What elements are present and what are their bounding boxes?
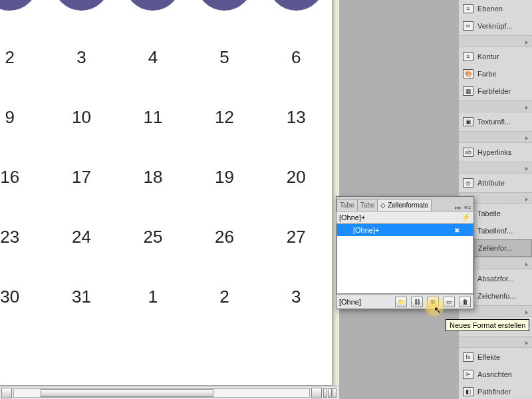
cal-cell: 2 [0,47,43,68]
panel-verknuepfungen[interactable]: ∞Verknüpf... [459,17,532,35]
document-canvas[interactable]: MI DO FR SA SO 2 3 4 5 6 9 10 11 12 13 1… [0,0,339,386]
panel-label: Absatzfor... [477,275,514,283]
cal-cell: 3 [48,47,114,68]
panel-footer: [Ohne] 📁 ⛓ ⊞ ▭ 🗑 [336,294,473,309]
effects-icon: fx [463,352,473,362]
panel-label: Kontur [477,53,499,61]
scroll-right-button[interactable] [311,388,322,398]
panel-label: Hyperlinks [477,148,511,156]
scroll-left-button[interactable] [1,388,12,398]
panel-label: Tabelle [477,209,501,217]
panel-farbfelder[interactable]: ▦Farbfelder [459,82,532,100]
panel-label: Zeichenfo... [477,292,515,300]
cal-cell: 16 [0,167,43,188]
hyperlink-icon: ab [463,148,473,157]
align-icon: ⊫ [463,370,473,379]
panel-tab[interactable]: Tabe [336,199,358,211]
cal-cell: 23 [0,227,43,247]
cal-cell: 18 [120,167,186,188]
zellenformate-panel[interactable]: Tabe Tabe ◇ Zellenformate ▸▸ ▾≡ [Ohne]+ … [336,196,474,309]
cal-cell: 6 [263,47,329,68]
panel-pathfinder[interactable]: ◧Pathfinder [459,383,532,399]
cal-cell: 3 [263,287,329,307]
cal-cell: 17 [48,167,114,188]
layers-icon: ≡ [463,4,473,13]
panel-label: Tabellenf... [477,227,513,235]
calendar-day-header-row: MI DO FR SA SO [0,0,332,11]
panel-divider[interactable] [459,131,532,143]
scroll-thumb[interactable] [41,389,213,397]
cal-cell: 5 [192,47,258,68]
clear-overrides-button[interactable]: ⛓ [411,297,423,307]
cal-cell: 9 [0,107,43,128]
calendar-grid: 2 3 4 5 6 9 10 11 12 13 16 17 18 19 20 [0,27,332,385]
panel-farbe[interactable]: 🎨Farbe [459,65,532,82]
panel-textumfluss[interactable]: ▣Textumfl... [459,113,532,130]
day-header-so: SO [268,0,325,11]
calendar-page: MI DO FR SA SO 2 3 4 5 6 9 10 11 12 13 1… [0,0,332,386]
cal-cell: 25 [120,227,186,247]
panel-label: Farbfelder [477,87,511,95]
panel-menu-icon[interactable]: ▾≡ [464,204,471,211]
cal-cell: 30 [0,287,43,307]
cal-cell: 1 [120,287,186,307]
panel-tab-active[interactable]: ◇ Zellenformate [377,199,432,211]
cal-cell: 31 [48,287,114,307]
cal-cell: 12 [192,107,258,128]
panel-tab-bar: Tabe Tabe ◇ Zellenformate ▸▸ ▾≡ [336,197,473,211]
cal-cell: 4 [120,47,186,68]
day-header-mi: MI [0,0,38,11]
swatches-icon: ▦ [463,86,473,96]
current-style-label: [Ohne]+ [339,213,365,221]
style-row-selected[interactable]: [Ohne]+ ✖ [337,224,473,236]
links-icon: ∞ [463,21,473,31]
locked-icon: ✖ [454,227,460,234]
textwrap-icon: ▣ [463,117,473,126]
collapse-icon[interactable]: ▸▸ [455,204,462,211]
new-group-button[interactable]: 📁 [395,297,407,307]
cal-cell: 27 [263,227,329,247]
panel-label: Verknüpf... [477,22,513,30]
panel-ausrichten[interactable]: ⊫Ausrichten [459,366,532,383]
panel-label: Ausrichten [477,370,512,378]
footer-style-label: [Ohne] [339,298,361,306]
panel-kontur[interactable]: ≡Kontur [459,48,532,65]
panel-label: Attribute [477,179,505,187]
style-options-button[interactable]: ⊞ [427,297,439,307]
horizontal-scrollbar[interactable] [0,386,339,399]
day-header-fr: FR [124,0,181,11]
page-nav-buttons[interactable] [323,388,336,398]
tooltip: Neues Format erstellen [446,319,529,331]
panel-label: Pathfinder [477,388,511,396]
color-icon: 🎨 [463,69,473,78]
new-style-button[interactable]: ▭ [443,297,455,307]
panel-label: Ebenen [477,5,503,13]
panel-divider[interactable] [459,35,532,47]
cal-cell: 2 [192,287,258,307]
scroll-track[interactable] [13,388,310,398]
panel-effekte[interactable]: fxEffekte [459,348,532,366]
styles-list[interactable]: [Ohne]+ ✖ [336,223,473,294]
panel-tab[interactable]: Tabe [357,199,378,211]
panel-label: Farbe [477,70,497,78]
panel-divider[interactable] [459,162,532,174]
cal-cell: 11 [120,107,186,128]
style-override-row[interactable]: [Ohne]+ ⚡ [336,211,473,223]
panel-ebenen[interactable]: ≡Ebenen [459,0,532,17]
panel-hyperlinks[interactable]: abHyperlinks [459,144,532,161]
panel-divider[interactable] [459,336,532,348]
quick-apply-icon[interactable]: ⚡ [462,213,471,221]
cal-cell: 26 [192,227,258,247]
cal-cell: 24 [48,227,114,247]
cal-cell: 10 [48,107,114,128]
style-name: [Ohne]+ [353,226,379,234]
cal-cell: 19 [192,167,258,188]
pathfinder-icon: ◧ [463,387,473,396]
attribute-icon: ◎ [463,178,473,188]
delete-style-button[interactable]: 🗑 [459,297,471,307]
panel-attribute[interactable]: ◎Attribute [459,174,532,192]
panel-label: Zellenfor... [478,244,512,252]
panel-label: Textumfl... [477,118,511,126]
cal-cell: 20 [263,167,329,188]
panel-divider[interactable] [459,100,532,112]
